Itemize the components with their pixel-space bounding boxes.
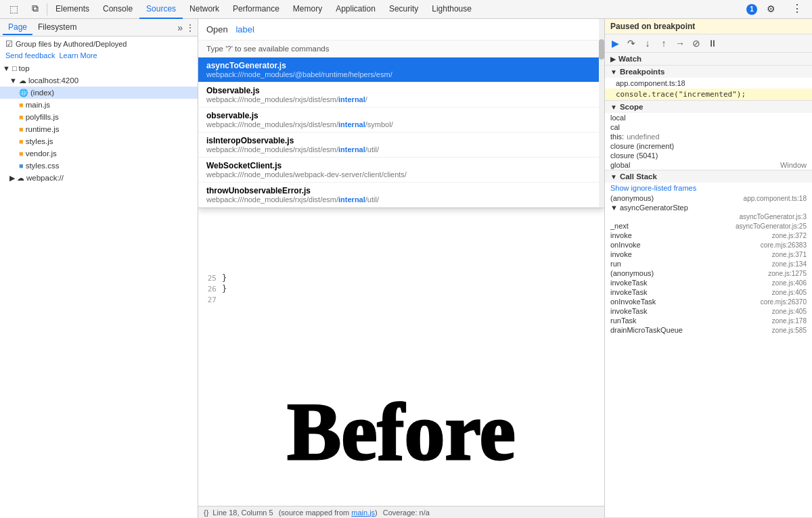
show-ignored-frames-btn[interactable]: Show ignore-listed frames bbox=[605, 183, 812, 193]
tab-elements[interactable]: Elements bbox=[49, 0, 96, 19]
cs-fn-anon-1275: (anonymous) bbox=[610, 269, 654, 277]
highlight-6: internal bbox=[338, 195, 365, 204]
file-result-5[interactable]: WebSocketClient.js webpack:///node_modul… bbox=[198, 158, 604, 183]
cs-loc-invoketask-406: zone.js:406 bbox=[772, 279, 807, 287]
step-into-btn[interactable]: ↓ bbox=[640, 36, 655, 51]
cs-anon-1275[interactable]: (anonymous) zone.js:1275 bbox=[605, 268, 812, 278]
deactivate-btn[interactable]: ⊘ bbox=[689, 36, 704, 51]
line-num-27: 27 bbox=[198, 296, 222, 304]
resume-btn[interactable]: ▶ bbox=[608, 36, 623, 51]
tree-item-index[interactable]: 🌐 (index) bbox=[0, 87, 198, 99]
status-source-mapped: (source mapped from main.js) bbox=[279, 509, 378, 517]
tree-item-vendor[interactable]: ■ vendor.js bbox=[0, 147, 198, 160]
breakpoint-file-item[interactable]: app.component.ts:18 bbox=[605, 78, 812, 89]
pause-on-exception-btn[interactable]: ⏸ bbox=[705, 36, 720, 51]
send-feedback-link[interactable]: Send feedback bbox=[5, 51, 55, 60]
settings-icon[interactable]: ⚙ bbox=[760, 0, 782, 19]
cs-drainmicrotaskqueue[interactable]: drainMicroTaskQueue zone.js:585 bbox=[605, 325, 812, 335]
cs-loc-invoke-371: zone.js:371 bbox=[772, 251, 807, 258]
js-icon-styles: ■ bbox=[19, 137, 24, 145]
cs-async-3[interactable]: asyncToGenerator.js:3 bbox=[605, 212, 812, 221]
tab-application[interactable]: Application bbox=[329, 0, 382, 19]
tree-item-styles-js[interactable]: ■ styles.js bbox=[0, 135, 198, 147]
call-stack-header[interactable]: ▼ Call Stack bbox=[605, 170, 812, 183]
cs-runtask[interactable]: runTask zone.js:178 bbox=[605, 316, 812, 325]
scope-closure-5041: closure (5041) bbox=[605, 151, 812, 160]
sub-tab-more[interactable]: » bbox=[177, 22, 183, 33]
cs-invoke-371[interactable]: invoke zone.js:371 bbox=[605, 250, 812, 259]
scope-this: this: undefined bbox=[605, 132, 812, 141]
call-stack-label: Call Stack bbox=[620, 172, 657, 181]
group-checkbox[interactable]: ☑ bbox=[5, 39, 13, 49]
cs-fn-run: run bbox=[610, 260, 621, 268]
watch-header[interactable]: ▶ Watch bbox=[605, 53, 812, 65]
sub-tab-menu[interactable]: ⋮ bbox=[185, 22, 195, 33]
tree-item-main[interactable]: ■ main.js bbox=[0, 99, 198, 111]
cs-loc-oninvoketask: core.mjs:26370 bbox=[761, 298, 807, 306]
cs-fn-asyncgeneratorstep: ▼ asyncGeneratorStep bbox=[610, 204, 688, 212]
learn-more-link[interactable]: Learn More bbox=[59, 51, 97, 60]
left-panel: Page Filesystem » ⋮ ☑ Group files by Aut… bbox=[0, 19, 198, 518]
cs-anonymous[interactable]: (anonymous) app.component.ts:18 bbox=[605, 193, 812, 203]
cs-invoketask-405[interactable]: invokeTask zone.js:405 bbox=[605, 287, 812, 297]
line-content-26: } bbox=[222, 284, 227, 293]
tab-network[interactable]: Network bbox=[183, 0, 226, 19]
sub-tab-page[interactable]: Page bbox=[3, 20, 32, 35]
line-num-25: 25 bbox=[198, 274, 222, 283]
tree-item-styles-css[interactable]: ■ styles.css bbox=[0, 160, 198, 172]
tree-item-runtime[interactable]: ■ runtime.js bbox=[0, 123, 198, 135]
open-input[interactable]: label bbox=[235, 24, 596, 34]
tree-item-top[interactable]: ▼ □ top bbox=[0, 62, 198, 74]
tab-memory[interactable]: Memory bbox=[286, 0, 329, 19]
status-bar: {} Line 18, Column 5 (source mapped from… bbox=[198, 506, 604, 518]
tab-performance[interactable]: Performance bbox=[226, 0, 286, 19]
result-name-4: isInteropObservable.js bbox=[206, 136, 596, 145]
more-icon[interactable]: ⋮ bbox=[785, 0, 809, 19]
cs-invoketask-406[interactable]: invokeTask zone.js:406 bbox=[605, 278, 812, 287]
cloud-icon: ☁ bbox=[19, 76, 26, 85]
cs-invoke-372[interactable]: invoke zone.js:372 bbox=[605, 231, 812, 240]
brackets-icon[interactable]: {} bbox=[204, 509, 208, 517]
scope-header[interactable]: ▼ Scope bbox=[605, 101, 812, 113]
dialog-scrollbar[interactable] bbox=[599, 19, 604, 208]
chat-badge[interactable]: 1 bbox=[746, 4, 757, 15]
line-content-25: } bbox=[222, 273, 227, 283]
file-result-3[interactable]: observable.js webpack:///node_modules/rx… bbox=[198, 108, 604, 133]
main-container: Page Filesystem » ⋮ ☑ Group files by Aut… bbox=[0, 19, 812, 518]
step-out-btn[interactable]: ↑ bbox=[656, 36, 671, 51]
cs-oninvoke[interactable]: onInvoke core.mjs:26383 bbox=[605, 240, 812, 250]
line-num-26: 26 bbox=[198, 285, 222, 293]
cs-fn-invoke-372: invoke bbox=[610, 231, 632, 239]
scope-closure-increment: closure (increment) bbox=[605, 141, 812, 151]
file-result-2[interactable]: Observable.js webpack:///node_modules/rx… bbox=[198, 83, 604, 108]
status-main-link[interactable]: main.js bbox=[351, 509, 375, 517]
cs-run[interactable]: run zone.js:134 bbox=[605, 259, 812, 268]
tab-device-icon[interactable]: ⧉ bbox=[25, 0, 45, 19]
cs-oninvoketask[interactable]: onInvokeTask core.mjs:26370 bbox=[605, 297, 812, 306]
file-result-1[interactable]: asyncToGenerator.js webpack:///node_modu… bbox=[198, 57, 604, 83]
result-path-2: webpack:///node_modules/rxjs/dist/esm/in… bbox=[206, 95, 596, 103]
tree-item-localhost[interactable]: ▼ ☁ localhost:4200 bbox=[0, 74, 198, 87]
tab-inspect-icon[interactable]: ⬚ bbox=[3, 0, 25, 19]
tree-label-localhost: localhost:4200 bbox=[28, 76, 78, 85]
result-name-1: asyncToGenerator.js bbox=[206, 61, 596, 70]
cs-invoketask-405b[interactable]: invokeTask zone.js:405 bbox=[605, 306, 812, 316]
cs-next[interactable]: _next asyncToGenerator.js:25 bbox=[605, 221, 812, 231]
tab-console[interactable]: Console bbox=[96, 0, 139, 19]
right-panel: Paused on breakpoint ▶ ↷ ↓ ↑ → ⊘ ⏸ ▶ Wat… bbox=[604, 19, 812, 518]
scope-label: Scope bbox=[620, 103, 644, 111]
step-btn[interactable]: → bbox=[673, 36, 687, 51]
tree-item-polyfills[interactable]: ■ polyfills.js bbox=[0, 111, 198, 123]
step-over-btn[interactable]: ↷ bbox=[624, 36, 639, 51]
breakpoints-header[interactable]: ▼ Breakpoints bbox=[605, 66, 812, 78]
tab-security[interactable]: Security bbox=[382, 0, 425, 19]
cs-asyncgeneratorstep[interactable]: ▼ asyncGeneratorStep bbox=[605, 203, 812, 212]
group-files-row: ☑ Group files by Authored/Deployed bbox=[0, 37, 198, 51]
tree-item-webpack[interactable]: ▶ ☁ webpack:// bbox=[0, 172, 198, 184]
tab-lighthouse[interactable]: Lighthouse bbox=[425, 0, 478, 19]
file-result-6[interactable]: throwUnobservableError.js webpack:///nod… bbox=[198, 183, 604, 208]
sub-tab-filesystem[interactable]: Filesystem bbox=[32, 20, 82, 35]
code-line-26: 26 } bbox=[198, 283, 604, 294]
file-result-4[interactable]: isInteropObservable.js webpack:///node_m… bbox=[198, 133, 604, 158]
tab-sources[interactable]: Sources bbox=[139, 0, 183, 19]
